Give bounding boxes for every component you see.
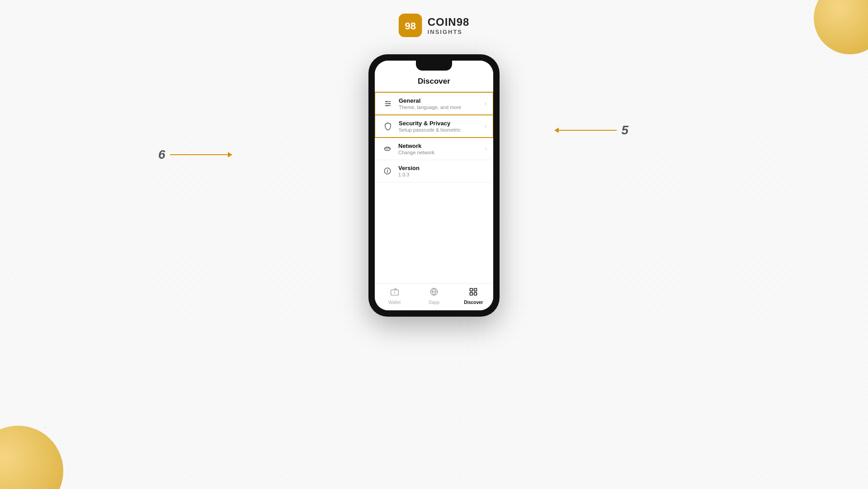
- screen-title: Discover: [418, 77, 450, 85]
- general-subtitle: Theme, language, and more: [399, 104, 485, 110]
- general-content: General Theme, language, and more: [399, 97, 485, 110]
- phone-mockup: Discover: [368, 54, 500, 317]
- version-icon: [381, 165, 394, 177]
- svg-rect-18: [474, 289, 477, 291]
- annotation-5: 5: [558, 123, 628, 138]
- logo-area: 98 COIN98 INSIGHTS: [399, 14, 470, 37]
- svg-point-6: [389, 103, 390, 104]
- svg-point-5: [386, 101, 387, 102]
- general-title: General: [399, 97, 485, 104]
- general-chevron: ›: [485, 100, 486, 107]
- menu-item-security[interactable]: Security & Privacy Setup passcode & biom…: [375, 114, 493, 138]
- svg-point-7: [387, 105, 388, 106]
- security-content: Security & Privacy Setup passcode & biom…: [399, 120, 485, 133]
- wallet-label: Wallet: [388, 300, 401, 305]
- security-icon: [382, 120, 394, 133]
- dapp-label: Dapp: [429, 300, 439, 305]
- network-icon: [381, 142, 394, 155]
- network-chevron: ›: [485, 146, 487, 152]
- coin98-logo-icon: 98: [399, 14, 422, 37]
- svg-rect-19: [470, 293, 473, 295]
- network-subtitle: Change network: [398, 150, 485, 155]
- annotation-number-6: 6: [158, 147, 165, 162]
- version-subtitle: 1.0.3: [398, 172, 487, 177]
- menu-item-general[interactable]: General Theme, language, and more ›: [375, 92, 493, 115]
- dapp-icon: [429, 287, 439, 299]
- discover-label: Discover: [464, 300, 483, 305]
- nav-item-wallet[interactable]: Wallet: [375, 287, 414, 305]
- svg-point-12: [387, 169, 387, 170]
- app-name: COIN98: [428, 16, 470, 28]
- security-title: Security & Privacy: [399, 120, 485, 127]
- security-chevron: ›: [485, 123, 486, 129]
- svg-text:98: 98: [405, 20, 415, 32]
- bottom-nav: Wallet Dapp: [375, 283, 493, 310]
- annotation-number-5: 5: [621, 123, 628, 138]
- network-content: Network Change network: [398, 142, 485, 155]
- app-subtitle: INSIGHTS: [428, 28, 470, 35]
- nav-item-discover[interactable]: Discover: [454, 287, 493, 305]
- gold-circle-bottom-left: [0, 426, 63, 489]
- general-icon: [382, 97, 394, 110]
- wallet-icon: [390, 287, 399, 299]
- phone-notch: [416, 61, 452, 71]
- svg-rect-20: [474, 293, 477, 295]
- discover-icon: [469, 287, 478, 299]
- version-content: Version 1.0.3: [398, 165, 487, 177]
- gold-circle-top-right: [814, 0, 868, 54]
- menu-list: General Theme, language, and more › Secu: [375, 92, 493, 283]
- svg-rect-17: [470, 289, 473, 291]
- logo-text: COIN98 INSIGHTS: [428, 16, 470, 35]
- security-subtitle: Setup passcode & biometric: [399, 127, 485, 133]
- phone-screen: Discover: [375, 61, 493, 310]
- menu-item-version[interactable]: Version 1.0.3: [375, 160, 493, 182]
- version-title: Version: [398, 165, 487, 171]
- annotation-6: 6: [158, 147, 229, 162]
- phone-body: Discover: [368, 54, 500, 317]
- svg-point-9: [387, 148, 388, 149]
- menu-item-network[interactable]: Network Change network ›: [375, 138, 493, 160]
- network-title: Network: [398, 142, 485, 149]
- nav-item-dapp[interactable]: Dapp: [414, 287, 453, 305]
